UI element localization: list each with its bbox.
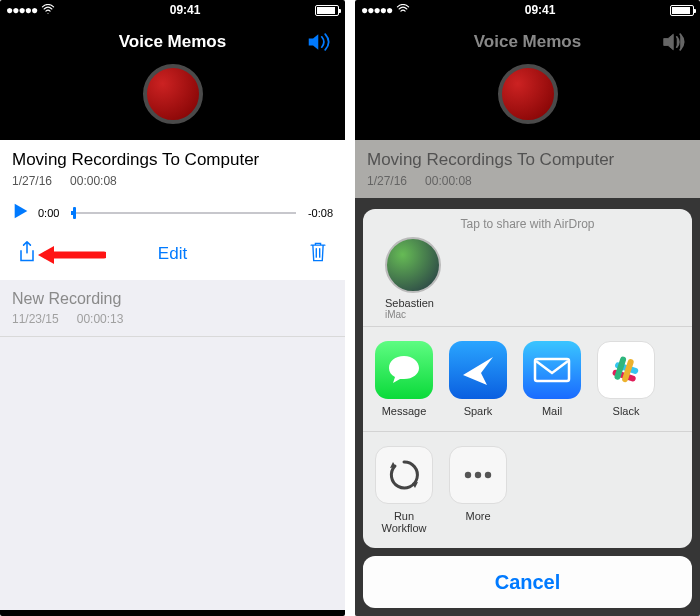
airdrop-section: Tap to share with AirDrop Sebastien iMac: [363, 209, 692, 327]
statusbar: ●●●●● 09:41: [355, 0, 700, 20]
record-button: [498, 64, 558, 124]
message-icon: [375, 341, 433, 399]
app-label: Spark: [464, 405, 493, 417]
record-area: [0, 64, 345, 140]
elapsed-time: 0:00: [38, 207, 59, 219]
share-actions-row: Run Workflow More: [363, 432, 692, 548]
avatar: [385, 237, 441, 293]
trash-icon[interactable]: [307, 240, 329, 268]
speaker-icon[interactable]: [307, 32, 333, 56]
action-label: Run Workflow: [373, 510, 435, 534]
airdrop-title: Tap to share with AirDrop: [363, 217, 692, 231]
page-title: Voice Memos: [474, 32, 581, 52]
record-button[interactable]: [143, 64, 203, 124]
recording-title: Moving Recordings To Computer: [12, 150, 333, 170]
mail-icon: [523, 341, 581, 399]
share-icon[interactable]: [16, 240, 38, 268]
annotation-arrow-icon: [36, 244, 106, 270]
scrubber-track[interactable]: [71, 212, 296, 214]
cancel-button[interactable]: Cancel: [363, 556, 692, 608]
slack-icon: [597, 341, 655, 399]
more-icon: [449, 446, 507, 504]
remaining-time: -0:08: [308, 207, 333, 219]
svg-point-7: [485, 472, 491, 478]
record-area: [355, 64, 700, 140]
action-label: More: [465, 510, 490, 522]
playback-bar: 0:00 -0:08: [12, 202, 333, 224]
airdrop-contact-name: Sebastien: [385, 297, 434, 309]
share-action-run-workflow[interactable]: Run Workflow: [373, 446, 435, 534]
recording-date: 1/27/16: [12, 174, 52, 188]
edit-button[interactable]: Edit: [158, 244, 187, 264]
share-apps-row: Message Spark Mail: [363, 327, 692, 432]
battery-icon: [670, 5, 694, 16]
status-time: 09:41: [525, 3, 556, 17]
signal-dots-icon: ●●●●●: [361, 3, 392, 17]
app-label: Message: [382, 405, 427, 417]
share-sheet: Tap to share with AirDrop Sebastien iMac…: [363, 209, 692, 608]
statusbar: ●●●●● 09:41: [0, 0, 345, 20]
phone-left: ●●●●● 09:41 Voice Memos Moving Recording…: [0, 0, 345, 616]
signal-dots-icon: ●●●●●: [6, 3, 37, 17]
spark-icon: [449, 341, 507, 399]
share-app-spark[interactable]: Spark: [447, 341, 509, 417]
list-item[interactable]: New Recording 11/23/15 00:00:13: [0, 280, 345, 337]
battery-icon: [315, 5, 339, 16]
app-label: Mail: [542, 405, 562, 417]
app-label: Slack: [613, 405, 640, 417]
speaker-icon: [662, 32, 688, 56]
scrubber-thumb[interactable]: [73, 207, 76, 219]
share-app-mail[interactable]: Mail: [521, 341, 583, 417]
app-header: Voice Memos: [355, 20, 700, 64]
app-header: Voice Memos: [0, 20, 345, 64]
status-time: 09:41: [170, 3, 201, 17]
recordings-list: New Recording 11/23/15 00:00:13: [0, 280, 345, 610]
svg-point-5: [465, 472, 471, 478]
workflow-icon: [375, 446, 433, 504]
phone-right: ●●●●● 09:41 Voice Memos Moving Recording…: [355, 0, 700, 616]
wifi-icon: [396, 3, 410, 17]
play-icon[interactable]: [12, 202, 30, 224]
list-item-date: 11/23/15: [12, 312, 59, 326]
wifi-icon: [41, 3, 55, 17]
list-item-duration: 00:00:13: [77, 312, 124, 326]
list-item-title: New Recording: [12, 290, 333, 308]
share-action-more[interactable]: More: [447, 446, 509, 534]
share-app-slack[interactable]: Slack: [595, 341, 657, 417]
svg-point-6: [475, 472, 481, 478]
page-title: Voice Memos: [119, 32, 226, 52]
share-app-message[interactable]: Message: [373, 341, 435, 417]
recording-duration: 00:00:08: [70, 174, 117, 188]
airdrop-contact-device: iMac: [385, 309, 406, 320]
airdrop-contact[interactable]: Sebastien iMac: [363, 237, 692, 320]
svg-rect-0: [535, 359, 569, 381]
